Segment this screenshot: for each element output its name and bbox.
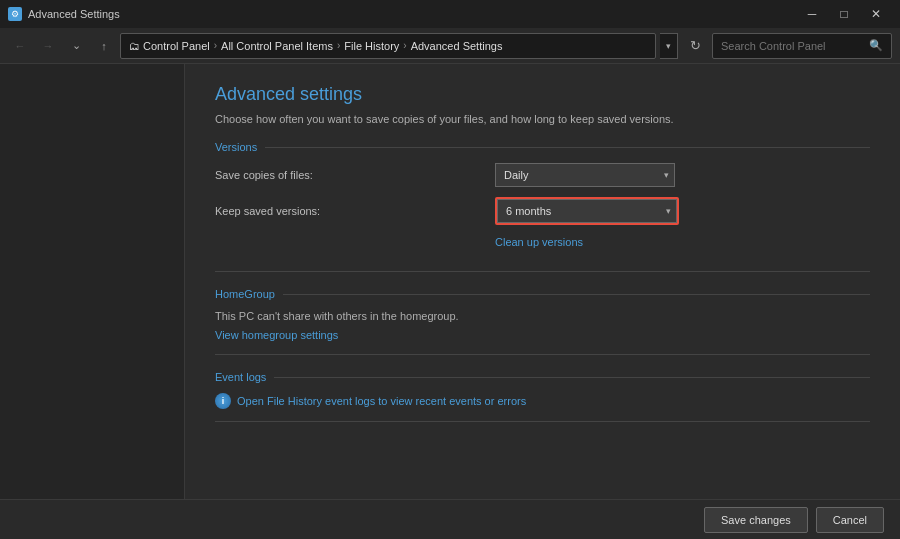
search-input[interactable] (721, 40, 865, 52)
versions-section-line (265, 147, 870, 148)
sidebar (0, 64, 185, 499)
homegroup-section-line (283, 294, 870, 295)
title-bar-controls: ─ □ ✕ (796, 0, 892, 28)
maximize-button[interactable]: □ (828, 0, 860, 28)
bottom-bar: Save changes Cancel (0, 499, 900, 539)
cleanup-link[interactable]: Clean up versions (495, 236, 583, 248)
minimize-button[interactable]: ─ (796, 0, 828, 28)
refresh-button[interactable]: ↻ (682, 33, 708, 59)
address-path[interactable]: 🗂 Control Panel › All Control Panel Item… (120, 33, 656, 59)
search-icon: 🔍 (869, 39, 883, 52)
homegroup-section-header: HomeGroup (215, 288, 870, 300)
homegroup-settings-link[interactable]: View homegroup settings (215, 329, 338, 341)
eventlogs-section-line (274, 377, 870, 378)
keep-versions-control: Until space is needed 1 month 3 months 6… (495, 197, 870, 225)
save-copies-row: Save copies of files: Daily Every 10 min… (215, 163, 870, 187)
keep-versions-label: Keep saved versions: (215, 205, 495, 217)
eventlogs-section: Event logs i Open File History event log… (215, 371, 870, 422)
path-item-1: 🗂 Control Panel (129, 40, 210, 52)
cancel-button[interactable]: Cancel (816, 507, 884, 533)
save-copies-control: Daily Every 10 minutes Every hour ▾ (495, 163, 870, 187)
eventlog-link[interactable]: Open File History event logs to view rec… (237, 395, 526, 407)
title-bar: ⚙ Advanced Settings ─ □ ✕ (0, 0, 900, 28)
path-sep-1: › (214, 40, 217, 51)
path-sep-3: › (403, 40, 406, 51)
versions-section: Versions Save copies of files: Daily Eve… (215, 141, 870, 272)
save-copies-select[interactable]: Daily Every 10 minutes Every hour (495, 163, 675, 187)
address-bar: ← → ⌄ ↑ 🗂 Control Panel › All Control Pa… (0, 28, 900, 64)
dropdown-nav-button[interactable]: ⌄ (64, 34, 88, 58)
title-bar-left: ⚙ Advanced Settings (8, 7, 120, 21)
title-bar-text: Advanced Settings (28, 8, 120, 20)
versions-section-title: Versions (215, 141, 257, 153)
app-icon: ⚙ (8, 7, 22, 21)
back-button[interactable]: ← (8, 34, 32, 58)
page-title: Advanced settings (215, 84, 870, 105)
cleanup-control: Clean up versions (495, 235, 870, 249)
homegroup-section: HomeGroup This PC can't share with other… (215, 288, 870, 355)
forward-button[interactable]: → (36, 34, 60, 58)
keep-versions-dropdown-wrapper: Until space is needed 1 month 3 months 6… (495, 197, 679, 225)
path-item-3: File History (344, 40, 399, 52)
up-button[interactable]: ↑ (92, 34, 116, 58)
path-item-2: All Control Panel Items (221, 40, 333, 52)
keep-versions-row: Keep saved versions: Until space is need… (215, 197, 870, 225)
eventlog-link-row[interactable]: i Open File History event logs to view r… (215, 393, 870, 409)
search-box[interactable]: 🔍 (712, 33, 892, 59)
save-changes-button[interactable]: Save changes (704, 507, 808, 533)
path-sep-2: › (337, 40, 340, 51)
homegroup-section-title: HomeGroup (215, 288, 275, 300)
save-copies-label: Save copies of files: (215, 169, 495, 181)
eventlogs-section-title: Event logs (215, 371, 266, 383)
eventlog-icon: i (215, 393, 231, 409)
eventlogs-section-header: Event logs (215, 371, 870, 383)
cleanup-row: Clean up versions (215, 235, 870, 249)
content-panel: Advanced settings Choose how often you w… (185, 64, 900, 499)
keep-versions-select[interactable]: Until space is needed 1 month 3 months 6… (497, 199, 677, 223)
close-button[interactable]: ✕ (860, 0, 892, 28)
page-subtitle: Choose how often you want to save copies… (215, 113, 870, 125)
save-copies-dropdown-wrapper: Daily Every 10 minutes Every hour ▾ (495, 163, 675, 187)
main-content: Advanced settings Choose how often you w… (0, 64, 900, 499)
versions-section-header: Versions (215, 141, 870, 153)
homegroup-info: This PC can't share with others in the h… (215, 310, 870, 322)
address-dropdown-button[interactable]: ▾ (660, 33, 678, 59)
path-item-4: Advanced Settings (411, 40, 503, 52)
